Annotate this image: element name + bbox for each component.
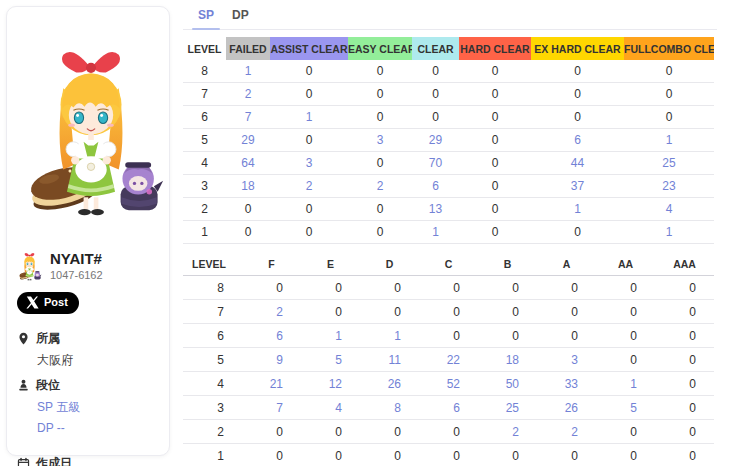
lamp-count-link[interactable]: 64	[241, 156, 254, 170]
lamp-count-value: 0	[306, 225, 313, 239]
lamp-count-link[interactable]: 7	[245, 110, 252, 124]
grade-count-value: 0	[689, 425, 696, 439]
grade-table-row: 37486252650	[183, 396, 714, 420]
lamp-count-value: 0	[492, 133, 499, 147]
lamp-count-link[interactable]: 44	[571, 156, 584, 170]
grade-count-link[interactable]: 2	[512, 425, 519, 439]
grade-count-value: 0	[512, 329, 519, 343]
lamp-count-link[interactable]: 25	[662, 156, 675, 170]
lamp-table-row: 10001001	[183, 221, 714, 244]
grade-count-value: 0	[689, 305, 696, 319]
grade-count-value: 0	[512, 305, 519, 319]
lamp-count-link[interactable]: 3	[377, 133, 384, 147]
lamp-count-link[interactable]: 2	[245, 87, 252, 101]
grade-count-link[interactable]: 12	[329, 377, 342, 391]
lamp-count-link[interactable]: 18	[241, 179, 254, 193]
grade-count-link[interactable]: 2	[571, 425, 578, 439]
grade-col-e: E	[301, 252, 360, 276]
grade-count-value: 0	[630, 329, 637, 343]
lamp-level-cell: 4	[183, 152, 226, 175]
grade-count-value: 0	[630, 449, 637, 463]
grade-count-link[interactable]: 22	[447, 353, 460, 367]
lamp-count-value: 0	[574, 87, 581, 101]
grade-col-aa: AA	[596, 252, 655, 276]
grade-count-link[interactable]: 1	[630, 377, 637, 391]
lamp-col-level: LEVEL	[183, 37, 226, 60]
grade-count-value: 0	[689, 377, 696, 391]
grade-count-link[interactable]: 6	[276, 329, 283, 343]
tab-sp[interactable]: SP	[189, 0, 223, 29]
grade-count-link[interactable]: 11	[389, 353, 401, 367]
lamp-count-value: 0	[432, 110, 439, 124]
calendar-icon	[17, 457, 30, 466]
lamp-count-link[interactable]: 1	[432, 225, 439, 239]
grade-count-link[interactable]: 18	[506, 353, 519, 367]
rank-sp-link[interactable]: SP 五級	[37, 399, 159, 416]
lamp-count-link[interactable]: 2	[306, 179, 313, 193]
grade-count-link[interactable]: 1	[394, 329, 401, 343]
grade-table-row: 421122652503310	[183, 372, 714, 396]
lamp-count-link[interactable]: 29	[429, 133, 442, 147]
lamp-header-row: LEVELFAILEDASSIST CLEAREASY CLEARCLEARHA…	[183, 37, 714, 60]
lamp-count-link[interactable]: 1	[666, 133, 673, 147]
grade-count-value: 0	[630, 305, 637, 319]
grade-count-value: 0	[689, 449, 696, 463]
grade-count-link[interactable]: 26	[388, 377, 401, 391]
lamp-count-link[interactable]: 6	[574, 133, 581, 147]
grade-count-value: 0	[571, 281, 578, 295]
grade-table-row: 661100000	[183, 324, 714, 348]
lamp-count-value: 0	[432, 87, 439, 101]
lamp-count-value: 0	[377, 225, 384, 239]
affiliation-row: 所属	[17, 330, 159, 347]
tab-dp[interactable]: DP	[223, 0, 258, 29]
lamp-count-link[interactable]: 29	[241, 133, 254, 147]
rank-dp-link[interactable]: DP --	[37, 421, 159, 435]
grade-count-value: 0	[630, 353, 637, 367]
lamp-count-link[interactable]: 1	[574, 202, 581, 216]
lamp-count-link[interactable]: 37	[571, 179, 584, 193]
grade-count-link[interactable]: 1	[335, 329, 342, 343]
lamp-count-link[interactable]: 4	[666, 202, 673, 216]
grade-count-link[interactable]: 21	[270, 377, 283, 391]
grade-count-value: 0	[335, 281, 342, 295]
lamp-count-link[interactable]: 2	[377, 179, 384, 193]
lamp-count-value: 0	[666, 87, 673, 101]
grade-count-link[interactable]: 50	[506, 377, 519, 391]
lamp-count-link[interactable]: 70	[429, 156, 442, 170]
grade-count-link[interactable]: 5	[630, 401, 637, 415]
lamp-col-clear: CLEAR	[412, 37, 459, 60]
lamp-count-link[interactable]: 1	[666, 225, 673, 239]
grade-count-link[interactable]: 4	[335, 401, 342, 415]
lamp-table-row: 31822603723	[183, 175, 714, 198]
grade-level-cell: 3	[183, 396, 242, 420]
grade-table-row: 100000000	[183, 444, 714, 466]
grade-count-link[interactable]: 5	[335, 353, 342, 367]
grade-count-link[interactable]: 9	[276, 353, 283, 367]
rank-label: 段位	[36, 377, 60, 394]
grade-count-link[interactable]: 3	[571, 353, 578, 367]
lamp-count-link[interactable]: 1	[306, 110, 313, 124]
lamp-count-link[interactable]: 23	[662, 179, 675, 193]
x-post-button[interactable]: Post	[17, 292, 79, 314]
lamp-count-value: 0	[574, 110, 581, 124]
lamp-count-link[interactable]: 3	[306, 156, 313, 170]
grade-count-link[interactable]: 52	[447, 377, 460, 391]
grade-count-link[interactable]: 25	[506, 401, 519, 415]
grade-count-link[interactable]: 2	[276, 305, 283, 319]
grade-count-link[interactable]: 8	[394, 401, 401, 415]
lamp-count-value: 0	[666, 64, 673, 78]
created-row: 作成日	[17, 455, 159, 466]
lamp-table-row: 81000000	[183, 60, 714, 83]
lamp-count-link[interactable]: 1	[245, 64, 252, 78]
grade-count-value: 0	[630, 425, 637, 439]
grade-count-link[interactable]: 6	[453, 401, 460, 415]
grade-count-value: 0	[689, 281, 696, 295]
grade-count-link[interactable]: 7	[276, 401, 283, 415]
grade-count-link[interactable]: 26	[565, 401, 578, 415]
grade-count-link[interactable]: 33	[565, 377, 578, 391]
lamp-count-link[interactable]: 6	[432, 179, 439, 193]
grade-count-value: 0	[571, 449, 578, 463]
grade-count-value: 0	[453, 425, 460, 439]
lamp-count-value: 0	[306, 133, 313, 147]
lamp-count-link[interactable]: 13	[429, 202, 442, 216]
